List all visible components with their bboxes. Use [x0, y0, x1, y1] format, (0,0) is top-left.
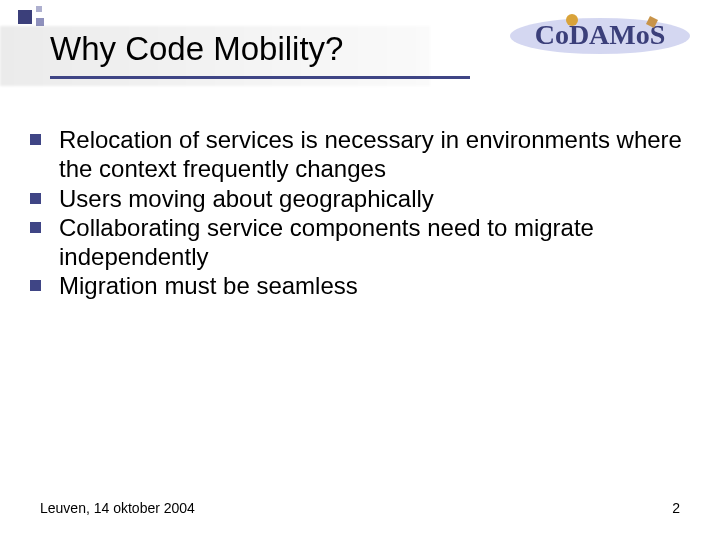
- bullet-list: Relocation of services is necessary in e…: [30, 125, 690, 301]
- title-underline: [50, 76, 470, 79]
- list-item: Migration must be seamless: [30, 271, 690, 300]
- slide-title: Why Code Mobility?: [50, 30, 660, 74]
- bullet-text: Relocation of services is necessary in e…: [59, 125, 690, 184]
- footer-page-number: 2: [672, 500, 680, 516]
- title-block: Why Code Mobility?: [50, 30, 660, 79]
- svg-point-1: [566, 14, 578, 26]
- list-item: Users moving about geographically: [30, 184, 690, 213]
- slide-footer: Leuven, 14 oktober 2004 2: [40, 500, 680, 516]
- bullet-text: Collaborating service components need to…: [59, 213, 690, 272]
- accent-square-med: [36, 18, 44, 26]
- footer-location-date: Leuven, 14 oktober 2004: [40, 500, 195, 516]
- list-item: Relocation of services is necessary in e…: [30, 125, 690, 184]
- square-bullet-icon: [30, 134, 41, 145]
- square-bullet-icon: [30, 193, 41, 204]
- square-bullet-icon: [30, 222, 41, 233]
- bullet-text: Migration must be seamless: [59, 271, 358, 300]
- accent-square-large: [18, 10, 32, 24]
- square-bullet-icon: [30, 280, 41, 291]
- list-item: Collaborating service components need to…: [30, 213, 690, 272]
- accent-square-small: [36, 6, 42, 12]
- bullet-text: Users moving about geographically: [59, 184, 434, 213]
